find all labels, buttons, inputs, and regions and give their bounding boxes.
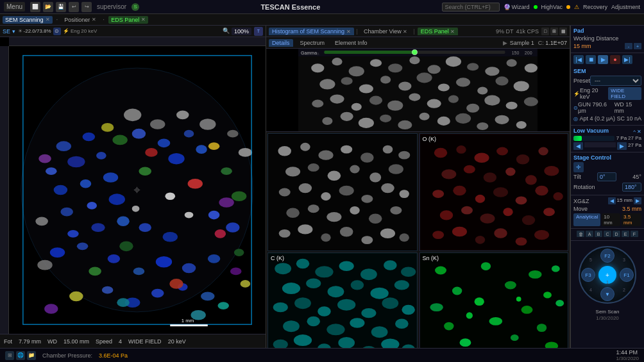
wd-decrease[interactable]: - (625, 43, 632, 49)
pos-10mm-btn[interactable]: 10 mm (602, 213, 620, 226)
close-histogram-tab[interactable]: ✕ (346, 29, 351, 35)
eds-map-sem[interactable] (267, 133, 418, 251)
lv-expand[interactable]: ^ (633, 129, 636, 135)
subtab-element-info[interactable]: Element Info (332, 39, 371, 47)
wd-sem-label: WD 15 mm (614, 101, 641, 114)
pos-35mm-btn[interactable]: 3.5 mm (622, 213, 641, 226)
nav-d[interactable]: D (613, 231, 620, 237)
joystick-wheel[interactable]: F2 F3 F1 ▼ 5 3 4 2 + 1 (579, 246, 636, 304)
save-icon[interactable]: 💾 (56, 2, 66, 12)
wizard-button[interactable]: 🔮 Wizard (504, 4, 530, 10)
svg-point-142 (328, 171, 341, 181)
xyz-left[interactable]: ◀ (608, 197, 616, 204)
tab-chamber[interactable]: Chamber View ✕ (360, 28, 411, 35)
eds-map-carbon[interactable]: C (K) (267, 252, 418, 348)
svg-point-178 (544, 166, 559, 176)
svg-point-158 (390, 206, 402, 215)
search-input[interactable] (442, 3, 500, 12)
preset-select[interactable]: --- (590, 76, 641, 86)
close-positioner-tab[interactable]: ✕ (92, 17, 96, 22)
close-chamber-tab[interactable]: ✕ (403, 29, 407, 35)
joystick-f1[interactable]: F1 (620, 268, 634, 282)
tilt-input[interactable] (597, 172, 616, 181)
open-icon[interactable]: 📂 (43, 2, 53, 12)
lightning-icon: ⚡ (573, 91, 580, 97)
close-eds-main-tab[interactable]: ✕ (450, 29, 455, 35)
joystick-f2[interactable]: F2 (600, 249, 614, 263)
svg-point-138 (383, 145, 393, 154)
svg-point-10 (60, 208, 73, 217)
nav-c[interactable]: C (604, 231, 611, 237)
svg-point-220 (307, 317, 320, 326)
svg-point-109 (466, 104, 479, 113)
svg-point-217 (382, 297, 398, 309)
lv-nav-left[interactable]: ◀ (573, 142, 583, 150)
eds-map-tin[interactable]: Sn (K) (419, 252, 569, 348)
wide-field-btn[interactable]: WIDE FIELD (608, 87, 641, 100)
wd-increase[interactable]: + (634, 43, 641, 49)
svg-point-69 (185, 212, 194, 218)
nav-f[interactable]: F (631, 231, 638, 237)
svg-point-87 (485, 67, 499, 76)
play-button[interactable]: ▶ (598, 55, 608, 64)
play-prev-button[interactable]: |◀ (573, 55, 584, 64)
close-eds-tab[interactable]: ✕ (141, 17, 146, 22)
stop-button[interactable]: ⏹ (586, 55, 596, 64)
eds-btn1[interactable]: □ (541, 28, 549, 35)
svg-point-222 (350, 318, 364, 327)
tab-eds-panel[interactable]: EDS Panel ✕ (108, 16, 148, 24)
nav-a[interactable]: A (586, 231, 593, 237)
tab-histogram[interactable]: Histogram of SEM Scanning ✕ (269, 28, 354, 35)
subtab-spectrum[interactable]: Spectrum (297, 39, 328, 47)
xyz-right[interactable]: ▶ (634, 197, 641, 204)
analytical-btn[interactable]: Analytical (573, 213, 600, 226)
redo-icon[interactable]: ↪ (81, 2, 92, 12)
svg-point-80 (349, 66, 364, 76)
close-sem-tab[interactable]: ✕ (46, 17, 50, 22)
eds-btn2[interactable]: ⊞ (550, 28, 558, 35)
lv-collapse[interactable]: ✕ (637, 129, 641, 135)
zoom-icon[interactable]: 🔍 (223, 28, 230, 35)
highvac-button[interactable]: HighVac (541, 4, 563, 10)
svg-point-93 (380, 76, 391, 83)
joystick-f3[interactable]: F3 (581, 268, 595, 282)
tab-eds[interactable]: EDS Panel ✕ (418, 28, 459, 35)
status-icon2[interactable]: 🌐 (16, 351, 25, 360)
svg-point-159 (279, 229, 291, 238)
rotation-label: Rotation (573, 184, 595, 190)
eds-btn3[interactable]: ▦ (559, 28, 567, 35)
sem-image-canvas[interactable]: 1 mm (0, 37, 266, 334)
rotation-input[interactable] (622, 183, 641, 192)
subtab-details[interactable]: Details (269, 39, 293, 47)
undo-icon[interactable]: ↩ (69, 2, 79, 12)
tab-positioner[interactable]: Positioner ✕ (62, 16, 99, 24)
svg-text:1 mm: 1 mm (182, 318, 194, 324)
nav-delete[interactable]: 🗑 (577, 231, 584, 237)
svg-point-64 (117, 298, 130, 307)
menu-button[interactable]: Menu (4, 2, 25, 12)
num-3[interactable]: 3 (623, 258, 625, 262)
status-icon1[interactable]: ⊞ (5, 351, 14, 360)
joystick-down[interactable]: ▼ (600, 287, 614, 301)
num-5[interactable]: 5 (589, 258, 592, 262)
recovery-button[interactable]: Recovery (583, 4, 607, 10)
eds-map-oxygen[interactable]: O (K) (419, 133, 569, 251)
stage-icon[interactable]: ✛ (573, 162, 584, 172)
nav-b[interactable]: B (595, 231, 602, 237)
nav-e[interactable]: E (622, 231, 629, 237)
num-2[interactable]: 2 (623, 288, 625, 292)
sem-title: SEM (573, 68, 641, 74)
sem-svg: 1 mm (9, 46, 266, 334)
new-icon[interactable]: ⬜ (30, 2, 40, 12)
tab-sem-scanning[interactable]: SEM Scanning ✕ (3, 16, 53, 24)
lv-nav-right[interactable]: ▶ (617, 142, 627, 150)
status-icon3[interactable]: 📁 (27, 351, 36, 360)
play-next-button[interactable]: ▶| (622, 55, 632, 64)
brightness-control[interactable]: ☀-22.0/73.8% (18, 28, 51, 34)
svg-point-200 (296, 259, 310, 268)
svg-point-84 (428, 65, 441, 74)
num-4[interactable]: 4 (589, 288, 592, 292)
record-button[interactable]: ● (610, 55, 620, 64)
cps-label: 41k CPS (516, 28, 539, 35)
adjustment-button[interactable]: Adjustment (611, 4, 640, 10)
